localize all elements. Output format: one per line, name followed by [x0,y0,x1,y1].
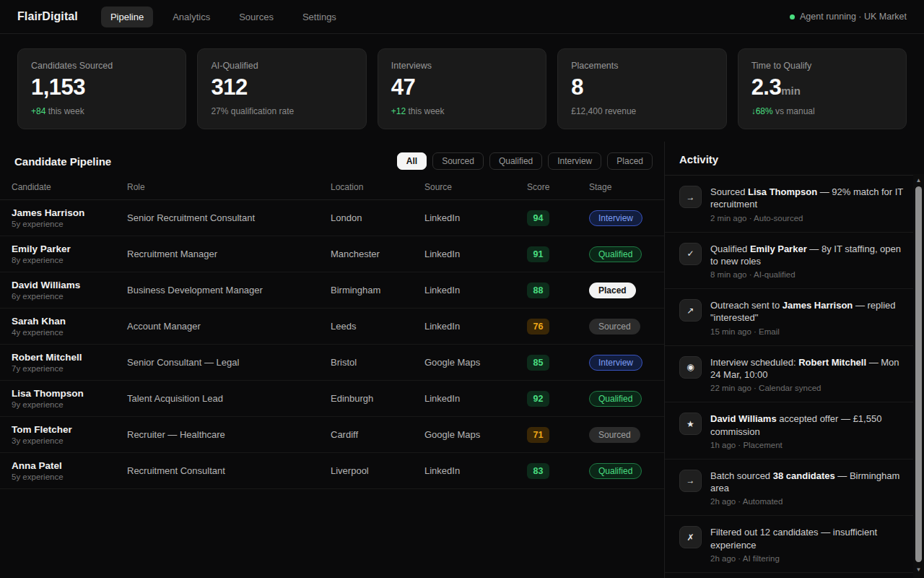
tab-settings[interactable]: Settings [293,7,346,27]
activity-item[interactable]: ✗Filtered out 12 candidates — insufficie… [665,516,924,573]
stat-value-number: 8 [571,74,583,100]
filter-interview[interactable]: Interview [548,152,601,170]
activity-text: David Williams accepted offer — £1,550 c… [710,413,904,438]
candidate-experience: 8y experience [12,256,127,264]
activity-meta: 22 min ago · Calendar synced [710,384,904,392]
score-badge: 76 [527,319,549,335]
activity-text: Filtered out 12 candidates — insufficien… [710,526,904,551]
table-row[interactable]: Emily Parker8y experienceRecruitment Man… [0,236,664,272]
activity-title: Activity [665,142,924,176]
stage-cell: Placed [589,282,664,298]
activity-item[interactable]: ↗Outreach batch: 24 emails sent — Health… [665,573,924,578]
candidate-cell: James Harrison5y experience [12,207,127,228]
role-cell: Recruitment Manager [127,249,331,259]
stat-value: 2.3min [751,74,893,100]
stat-label: Time to Qualify [751,61,893,71]
stat-sub-rest: 27% qualification rate [211,106,294,116]
activity-meta: 2h ago · Automated [710,497,904,506]
stat-label: Interviews [391,61,533,71]
candidate-cell: Emily Parker8y experience [12,243,127,264]
activity-body: Batch sourced 38 candidates — Birmingham… [710,470,904,506]
column-header-candidate: Candidate [12,182,127,192]
activity-item[interactable]: ◉Interview scheduled: Robert Mitchell — … [665,346,924,403]
scroll-up-icon[interactable]: ▲ [913,176,924,186]
stat-value: 47 [391,74,533,100]
location-cell: Leeds [331,321,424,332]
table-row[interactable]: Sarah Khan4y experienceAccount ManagerLe… [0,309,664,345]
star-icon: ★ [679,413,702,435]
table-row[interactable]: Tom Fletcher3y experienceRecruiter — Hea… [0,417,664,453]
activity-text-bold: Emily Parker [750,243,807,254]
stat-label: Candidates Sourced [31,61,173,71]
stat-value: 312 [211,74,352,100]
activity-body: David Williams accepted offer — £1,550 c… [710,413,904,449]
activity-text-bold: Lisa Thompson [748,186,817,197]
activity-item[interactable]: →Sourced Lisa Thompson — 92% match for I… [665,176,924,233]
pipeline-section: Candidate Pipeline AllSourcedQualifiedIn… [0,142,664,578]
scrollbar-thumb[interactable] [915,186,922,562]
stage-cell: Interview [589,210,664,226]
filter-sourced[interactable]: Sourced [432,152,484,170]
filter-all[interactable]: All [397,152,427,170]
table-row[interactable]: Robert Mitchell7y experienceSenior Consu… [0,345,664,381]
activity-text-bold: 38 candidates [773,470,835,481]
score-cell: 94 [527,210,589,226]
activity-scrollbar[interactable]: ▲ ▼ [913,174,924,578]
tab-sources[interactable]: Sources [230,7,283,27]
tab-analytics[interactable]: Analytics [163,7,219,27]
status-dot-icon [790,14,795,20]
stat-subtext: ↓68% vs manual [751,106,893,116]
candidate-experience: 5y experience [12,220,127,228]
stage-filters: AllSourcedQualifiedInterviewPlaced [397,152,653,170]
check-icon: ✓ [679,243,702,265]
score-cell: 91 [527,246,589,262]
activity-text-bold: James Harrison [783,300,853,311]
score-badge: 91 [527,246,549,262]
activity-body: Sourced Lisa Thompson — 92% match for IT… [710,186,904,223]
activity-text: Sourced Lisa Thompson — 92% match for IT… [710,186,904,211]
column-header-role: Role [127,182,331,192]
brand-logo: FlairDigital [17,10,78,23]
stat-card: Candidates Sourced1,153+84 this week [17,48,186,129]
activity-item[interactable]: →Batch sourced 38 candidates — Birmingha… [665,460,924,517]
filter-qualified[interactable]: Qualified [489,152,542,170]
column-header-stage: Stage [589,182,664,192]
agent-status: Agent running · UK Market [790,12,907,22]
stage-badge: Sourced [589,427,640,443]
candidate-experience: 4y experience [12,328,127,337]
source-cell: LinkedIn [424,465,527,476]
activity-panel: Activity →Sourced Lisa Thompson — 92% ma… [664,142,924,578]
activity-item[interactable]: ✓Qualified Emily Parker — 8y IT staffing… [665,233,924,290]
table-row[interactable]: Anna Patel5y experienceRecruitment Consu… [0,453,664,489]
candidate-name: Anna Patel [12,460,127,471]
score-badge: 92 [527,391,549,407]
source-cell: LinkedIn [424,285,527,296]
table-header: CandidateRoleLocationSourceScoreStage [0,179,664,200]
tab-pipeline[interactable]: Pipeline [101,7,153,27]
role-cell: Talent Acquisition Lead [127,393,331,404]
activity-item[interactable]: ★David Williams accepted offer — £1,550 … [665,402,924,460]
scroll-down-icon[interactable]: ▼ [913,565,924,575]
table-row[interactable]: Lisa Thompson9y experienceTalent Acquisi… [0,381,664,417]
activity-meta: 8 min ago · AI-qualified [710,270,904,279]
activity-text-pre: Sourced [710,186,748,197]
candidate-name: Sarah Khan [12,316,127,327]
table-row[interactable]: James Harrison5y experienceSenior Recrui… [0,200,664,236]
stage-cell: Qualified [589,463,664,479]
stats-row: Candidates Sourced1,153+84 this weekAI-Q… [0,34,924,142]
score-badge: 83 [527,463,549,479]
table-row[interactable]: David Williams6y experienceBusiness Deve… [0,272,664,309]
stage-badge: Qualified [589,391,642,407]
score-cell: 92 [527,391,589,407]
candidate-experience: 5y experience [12,473,127,481]
source-cell: LinkedIn [424,249,527,259]
stat-subtext: +84 this week [31,106,173,116]
activity-body: Outreach sent to James Harrison — replie… [710,299,904,336]
arrow-up-right-icon: ↗ [679,299,702,322]
activity-item[interactable]: ↗Outreach sent to James Harrison — repli… [665,289,924,346]
candidate-experience: 3y experience [12,436,127,445]
stat-subtext: £12,400 revenue [571,106,712,116]
score-badge: 88 [527,282,549,298]
filter-placed[interactable]: Placed [607,152,653,170]
candidate-cell: Sarah Khan4y experience [12,316,127,337]
